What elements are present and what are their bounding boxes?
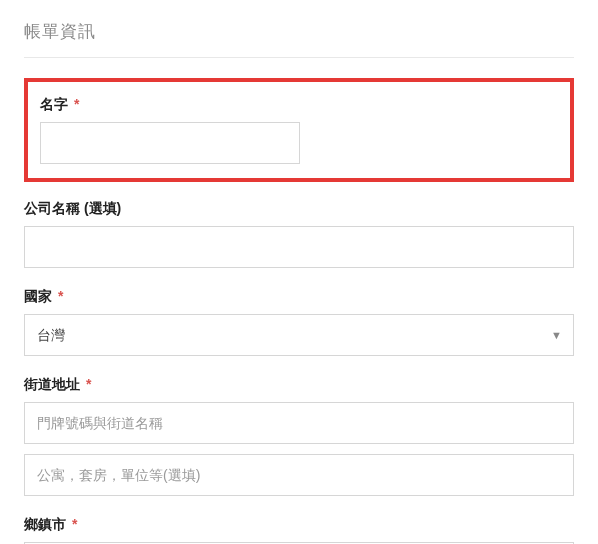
city-label-text: 鄉鎮市 — [24, 516, 66, 532]
section-title: 帳單資訊 — [24, 20, 574, 43]
street-label-text: 街道地址 — [24, 376, 80, 392]
required-asterisk: * — [72, 516, 77, 532]
company-field-group: 公司名稱 (選填) — [24, 200, 574, 268]
name-input[interactable] — [40, 122, 300, 164]
required-asterisk: * — [86, 376, 91, 392]
required-asterisk: * — [74, 96, 79, 112]
street-field-group: 街道地址 * — [24, 376, 574, 496]
name-field-group-highlighted: 名字 * — [24, 78, 574, 182]
required-asterisk: * — [58, 288, 63, 304]
company-input[interactable] — [24, 226, 574, 268]
company-label: 公司名稱 (選填) — [24, 200, 574, 218]
name-input-wrap — [40, 122, 300, 164]
country-select-wrap: 台灣 ▼ — [24, 314, 574, 356]
city-field-group: 鄉鎮市 * — [24, 516, 574, 544]
street-label: 街道地址 * — [24, 376, 574, 394]
country-field-group: 國家 * 台灣 ▼ — [24, 288, 574, 356]
name-label: 名字 * — [40, 96, 558, 114]
section-divider — [24, 57, 574, 58]
city-label: 鄉鎮市 * — [24, 516, 574, 534]
country-label-text: 國家 — [24, 288, 52, 304]
country-label: 國家 * — [24, 288, 574, 306]
name-label-text: 名字 — [40, 96, 68, 112]
street-address-line2-input[interactable] — [24, 454, 574, 496]
country-select[interactable]: 台灣 — [24, 314, 574, 356]
street-address-line1-input[interactable] — [24, 402, 574, 444]
